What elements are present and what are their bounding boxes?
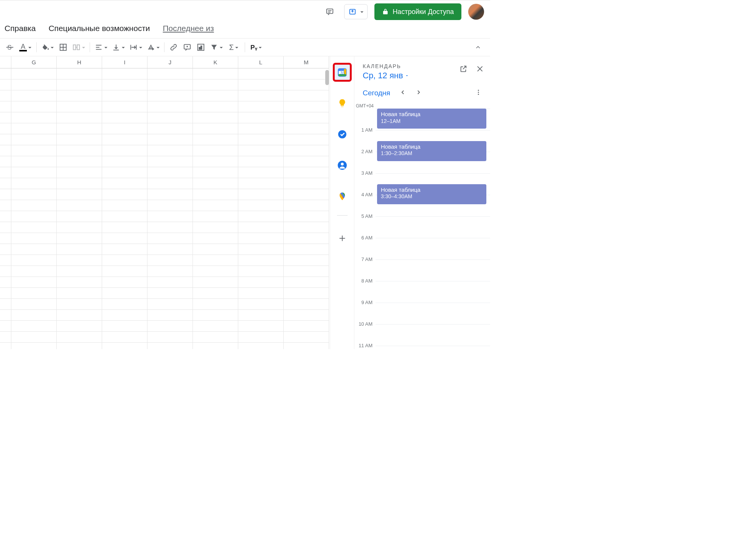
cell[interactable] <box>238 222 284 233</box>
cell[interactable] <box>284 288 329 299</box>
cell[interactable] <box>284 178 329 189</box>
column-header[interactable]: I <box>102 56 147 68</box>
cell[interactable] <box>57 310 102 321</box>
cell[interactable] <box>102 299 147 310</box>
cell[interactable] <box>11 343 57 349</box>
row-gutter[interactable] <box>0 101 11 112</box>
filter-button[interactable] <box>208 40 225 54</box>
row-gutter[interactable] <box>0 145 11 156</box>
cell[interactable] <box>193 332 238 343</box>
cell[interactable] <box>57 189 102 200</box>
horizontal-align-button[interactable] <box>92 40 110 54</box>
cell[interactable] <box>57 233 102 244</box>
cell[interactable] <box>284 255 329 266</box>
cell[interactable] <box>147 244 193 255</box>
cell[interactable] <box>238 134 284 145</box>
cell[interactable] <box>102 277 147 288</box>
vertical-align-button[interactable] <box>110 40 127 54</box>
cell[interactable] <box>284 134 329 145</box>
column-header[interactable]: G <box>11 56 57 68</box>
collapse-toolbar-button[interactable] <box>471 40 485 54</box>
strikethrough-button[interactable]: S <box>3 40 17 54</box>
text-wrap-button[interactable] <box>127 40 144 54</box>
cell[interactable] <box>193 266 238 277</box>
cell[interactable] <box>57 299 102 310</box>
cell[interactable] <box>11 222 57 233</box>
cell[interactable] <box>11 90 57 101</box>
open-comments-button[interactable] <box>322 5 337 19</box>
row-gutter[interactable] <box>0 266 11 277</box>
cell[interactable] <box>102 134 147 145</box>
cell[interactable] <box>284 68 329 79</box>
cell[interactable] <box>238 321 284 332</box>
cell[interactable] <box>193 343 238 349</box>
cell[interactable] <box>147 200 193 211</box>
cell[interactable] <box>284 266 329 277</box>
cell[interactable] <box>193 123 238 134</box>
column-header[interactable]: M <box>284 56 329 68</box>
cell[interactable] <box>147 123 193 134</box>
cell[interactable] <box>11 189 57 200</box>
present-dropdown[interactable] <box>344 4 368 19</box>
row-gutter[interactable] <box>0 299 11 310</box>
cell[interactable] <box>193 299 238 310</box>
cell[interactable] <box>147 189 193 200</box>
calendar-more-button[interactable] <box>475 89 482 97</box>
cell[interactable] <box>57 200 102 211</box>
column-header[interactable]: J <box>147 56 193 68</box>
cell[interactable] <box>193 244 238 255</box>
column-header[interactable]: H <box>57 56 102 68</box>
cell[interactable] <box>193 277 238 288</box>
insert-chart-button[interactable] <box>194 40 208 54</box>
cell[interactable] <box>11 68 57 79</box>
cell[interactable] <box>193 211 238 222</box>
cell[interactable] <box>238 310 284 321</box>
menu-accessibility[interactable]: Специальные возможности <box>47 23 151 34</box>
calendar-event[interactable]: Новая таблица12–1AM <box>377 109 486 129</box>
cell[interactable] <box>102 310 147 321</box>
cell[interactable] <box>238 167 284 178</box>
cell[interactable] <box>102 266 147 277</box>
cell[interactable] <box>57 79 102 90</box>
insert-comment-button[interactable] <box>180 40 194 54</box>
cell[interactable] <box>147 90 193 101</box>
cell[interactable] <box>11 145 57 156</box>
cell[interactable] <box>284 167 329 178</box>
cell[interactable] <box>57 167 102 178</box>
cell[interactable] <box>284 222 329 233</box>
cell[interactable] <box>193 222 238 233</box>
cell[interactable] <box>284 123 329 134</box>
cell[interactable] <box>193 145 238 156</box>
calendar-event[interactable]: Новая таблица3:30–4:30AM <box>377 184 486 204</box>
cell[interactable] <box>11 321 57 332</box>
rail-add-button[interactable] <box>334 230 351 247</box>
cell[interactable] <box>102 112 147 123</box>
cell[interactable] <box>238 145 284 156</box>
row-gutter[interactable] <box>0 112 11 123</box>
cell[interactable] <box>57 332 102 343</box>
row-gutter[interactable] <box>0 189 11 200</box>
cell[interactable] <box>238 343 284 349</box>
cell[interactable] <box>57 222 102 233</box>
row-gutter[interactable] <box>0 123 11 134</box>
row-gutter[interactable] <box>0 233 11 244</box>
column-header[interactable]: L <box>238 56 284 68</box>
cell[interactable] <box>193 233 238 244</box>
cell[interactable] <box>284 233 329 244</box>
row-gutter[interactable] <box>0 343 11 349</box>
cell[interactable] <box>147 255 193 266</box>
cell[interactable] <box>193 156 238 167</box>
row-gutter[interactable] <box>0 277 11 288</box>
cell[interactable] <box>284 211 329 222</box>
cell[interactable] <box>57 255 102 266</box>
cell[interactable] <box>238 178 284 189</box>
cell[interactable] <box>57 156 102 167</box>
merge-cells-button[interactable] <box>70 40 87 54</box>
cell[interactable] <box>284 145 329 156</box>
cell[interactable] <box>193 68 238 79</box>
cell[interactable] <box>193 134 238 145</box>
cell[interactable] <box>238 123 284 134</box>
cell[interactable] <box>102 101 147 112</box>
row-gutter[interactable] <box>0 167 11 178</box>
cell[interactable] <box>102 200 147 211</box>
